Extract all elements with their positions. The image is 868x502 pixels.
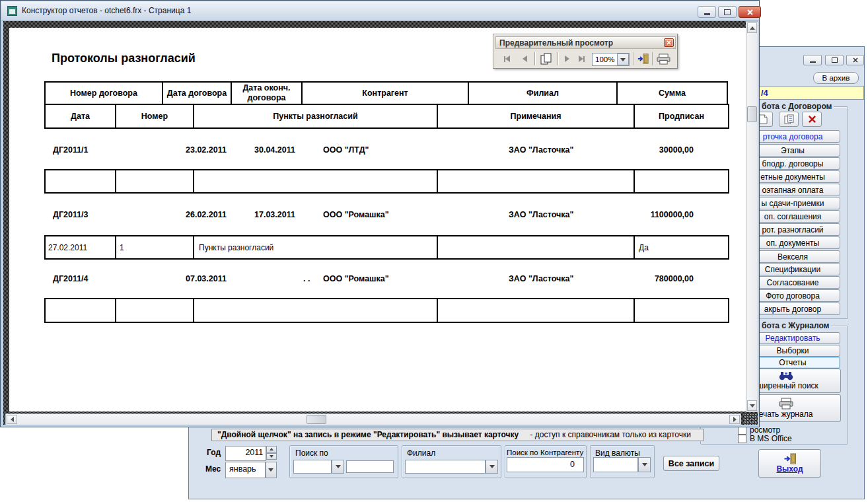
contract-row: ДГ2011/1 23.02.2011 30.04.2011 ООО "ЛТД"…	[9, 145, 746, 156]
horizontal-scroll-thumb[interactable]	[307, 415, 326, 424]
currency-label: Вид валюты	[595, 448, 640, 458]
copy-document-button[interactable]	[779, 112, 799, 127]
close-icon	[853, 57, 858, 63]
maximize-icon	[724, 9, 731, 15]
year-label: Год	[207, 448, 221, 457]
all-records-button[interactable]: Все записи	[663, 456, 719, 471]
scroll-right-button[interactable]	[729, 415, 740, 424]
screen: В архив /4 бота с Договором рточка догов…	[0, 0, 868, 502]
last-page-button[interactable]	[575, 52, 588, 65]
zoom-dropdown-button[interactable]	[617, 54, 629, 65]
month-dropdown-button[interactable]	[266, 462, 277, 478]
next-page-button[interactable]	[560, 52, 573, 65]
vertical-scrollbar[interactable]	[746, 21, 758, 412]
col-amount: Сумма	[616, 81, 728, 105]
delete-x-icon	[808, 115, 816, 124]
journal-close-button[interactable]	[846, 55, 864, 65]
maximize-button[interactable]	[718, 6, 737, 18]
preview-close-button[interactable]	[664, 38, 674, 47]
col-contract-number: Номер договора	[44, 81, 163, 105]
col-number: Номер	[115, 104, 194, 129]
year-spinner[interactable]: 2011	[225, 446, 277, 460]
search-by-combobox[interactable]	[293, 460, 344, 474]
archive-button[interactable]: В архив	[813, 72, 859, 84]
preview-toolbar-window[interactable]: Предварительный просмотр 100%	[493, 34, 678, 69]
toolbar-separator	[652, 52, 653, 65]
currency-combobox[interactable]	[593, 457, 651, 472]
branch-combobox[interactable]	[405, 460, 498, 474]
zoom-combobox[interactable]: 100%	[592, 53, 630, 66]
protocol-subrow	[44, 298, 729, 323]
print-button[interactable]	[655, 52, 671, 65]
vertical-scroll-thumb[interactable]	[747, 106, 757, 122]
delete-button[interactable]	[802, 112, 822, 127]
contragent-search-label: Поиск по Контрагенту	[507, 448, 583, 456]
msoffice-checkbox-label: В MS Office	[750, 434, 792, 443]
preview-toolbar-titlebar[interactable]: Предварительный просмотр	[495, 36, 676, 49]
main-titlebar[interactable]: Конструктор отчетов - otchet6.frx - Стра…	[1, 1, 759, 20]
toolbar-separator	[633, 52, 633, 65]
report-page: Протоколы разногласий Номер договора Дат…	[9, 28, 746, 412]
print-journal-label: ечать журнала	[759, 410, 813, 419]
branch-label: Филиал	[407, 448, 435, 458]
col-branch: Филиал	[468, 81, 618, 105]
minimize-button[interactable]	[698, 6, 716, 18]
pages-icon	[540, 53, 552, 65]
year-value[interactable]: 2011	[225, 446, 266, 461]
preview-toolbar-title: Предварительный просмотр	[499, 38, 613, 48]
search-by-value[interactable]	[293, 460, 332, 474]
contragent-search-input[interactable]: 0	[507, 457, 584, 472]
binoculars-icon	[779, 371, 793, 380]
year-spin-up-button[interactable]	[266, 446, 277, 453]
contract-row: ДГ2011/4 07.03.2011 . . ООО "Ромашка" ЗА…	[9, 274, 746, 285]
exit-button[interactable]: Выход	[758, 449, 821, 478]
printer-icon	[657, 54, 670, 65]
info-bar: "Двойной щелчок" на запись в режиме "Ред…	[211, 429, 704, 441]
resize-grip[interactable]	[743, 414, 757, 425]
col-contract-end-date: Дата оконч. договора	[231, 81, 303, 105]
close-icon	[667, 40, 671, 45]
toolbar-separator	[558, 52, 558, 65]
contract-row: ДГ2011/3 26.02.2011 17.03.2011 ООО "Рома…	[9, 210, 746, 221]
year-spin-down-button[interactable]	[266, 453, 277, 460]
month-label: Мес	[205, 464, 221, 474]
journal-minimize-button[interactable]	[803, 55, 822, 65]
printer-icon	[779, 398, 793, 410]
col-date: Дата	[44, 104, 116, 129]
toolbar-separator	[534, 52, 535, 65]
report-title: Протоколы разногласий	[52, 52, 196, 65]
month-value[interactable]: январь	[225, 462, 266, 478]
close-button[interactable]	[739, 6, 761, 18]
archive-button-label: В архив	[822, 74, 850, 82]
journal-maximize-button[interactable]	[825, 55, 844, 65]
scroll-down-button[interactable]	[747, 400, 757, 411]
scroll-up-button[interactable]	[747, 22, 757, 33]
protocol-subrow	[44, 169, 729, 194]
msoffice-checkbox-row[interactable]: В MS Office	[738, 434, 792, 443]
copy-document-icon	[784, 114, 794, 124]
minimize-icon	[704, 13, 710, 15]
info-text-bold: "Двойной щелчок" на запись в режиме "Ред…	[217, 430, 519, 439]
previous-page-button[interactable]	[518, 52, 531, 65]
month-combobox[interactable]: январь	[225, 462, 277, 477]
branch-value[interactable]	[405, 460, 486, 474]
close-icon	[747, 9, 753, 15]
search-by-input[interactable]	[346, 460, 394, 473]
pages-button[interactable]	[538, 52, 554, 66]
journal-group-label: бота с Журналом	[760, 321, 831, 330]
branch-dropdown-button[interactable]	[486, 460, 498, 474]
col-contragent: Контрагент	[301, 81, 469, 105]
maximize-icon	[832, 57, 838, 63]
scroll-left-button[interactable]	[7, 415, 17, 424]
close-preview-button[interactable]	[635, 52, 650, 66]
first-page-button[interactable]	[500, 52, 513, 65]
new-document-icon	[759, 114, 768, 124]
search-by-dropdown-button[interactable]	[332, 460, 344, 474]
contract-group-label: бота с Договором	[760, 102, 834, 111]
minimize-icon	[810, 61, 816, 63]
currency-dropdown-button[interactable]	[638, 457, 651, 472]
currency-value[interactable]	[593, 457, 638, 472]
msoffice-checkbox[interactable]	[738, 435, 746, 443]
app-icon	[7, 6, 17, 16]
horizontal-scrollbar[interactable]	[5, 413, 741, 425]
